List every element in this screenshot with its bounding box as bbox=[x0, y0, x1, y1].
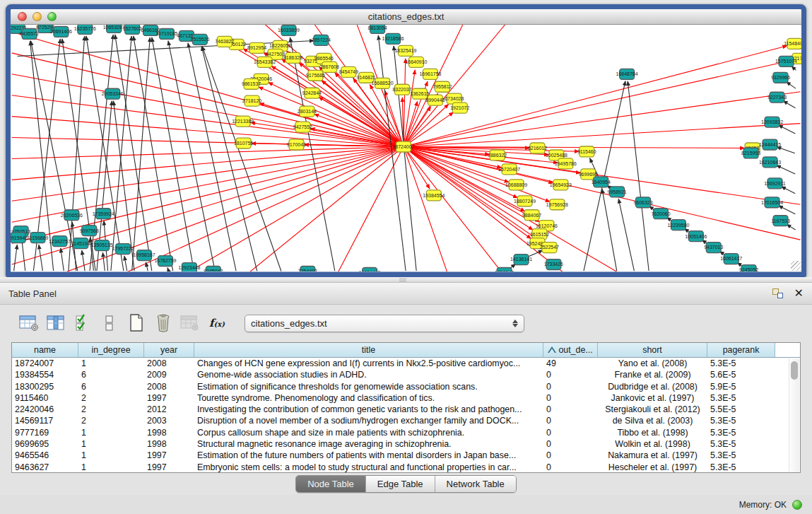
citation-edge-black[interactable] bbox=[61, 248, 64, 271]
citation-edge-black[interactable] bbox=[602, 189, 617, 271]
table-cell-title[interactable]: Genome-wide association studies in ADHD. bbox=[194, 369, 543, 380]
graph-node[interactable]: 2718120 bbox=[242, 95, 261, 106]
table-cell-out_degree[interactable]: 49 bbox=[543, 358, 598, 369]
graph-node[interactable]: 18807249 bbox=[514, 196, 536, 206]
table-cell-title[interactable]: Investigating the contribution of common… bbox=[194, 404, 543, 415]
graph-node[interactable]: 7515526 bbox=[190, 34, 209, 45]
network-window-titlebar[interactable]: citations_edges.txt bbox=[11, 9, 801, 25]
graph-node[interactable]: 9606323 bbox=[633, 197, 652, 208]
graph-node[interactable]: 9329966 bbox=[771, 72, 790, 83]
graph-node[interactable]: 9245042 bbox=[204, 267, 223, 271]
table-cell-year[interactable]: 2009 bbox=[144, 369, 194, 380]
citation-edge-black[interactable] bbox=[111, 36, 131, 271]
column-header-out_degree[interactable]: out_de... bbox=[543, 343, 598, 357]
graph-node[interactable]: 8990448 bbox=[425, 95, 445, 105]
graph-node[interactable]: 19495786 bbox=[555, 158, 577, 169]
graph-node[interactable]: 12923448 bbox=[178, 263, 200, 271]
citation-edge-black[interactable] bbox=[132, 37, 151, 271]
table-cell-year[interactable]: 1998 bbox=[144, 438, 194, 450]
column-header-in_degree[interactable]: in_degree bbox=[78, 343, 144, 357]
graph-node[interactable]: 2522547 bbox=[540, 243, 559, 253]
table-cell-in_degree[interactable]: 2 bbox=[78, 415, 144, 426]
graph-node[interactable]: 16782759 bbox=[154, 256, 176, 267]
split-divider-handle[interactable] bbox=[399, 279, 406, 281]
table-cell-short[interactable]: Jankovic et al. (1997) bbox=[598, 392, 707, 404]
table-cell-short[interactable]: Yano et al. (2008) bbox=[598, 358, 707, 369]
graph-node[interactable]: 20206536 bbox=[61, 210, 83, 221]
citation-edge-black[interactable] bbox=[787, 82, 796, 89]
table-selector-dropdown[interactable]: citations_edges.txt bbox=[245, 315, 524, 332]
table-cell-out_degree[interactable]: 0 bbox=[543, 381, 598, 392]
citation-edge-red[interactable] bbox=[12, 148, 399, 264]
network-window[interactable]: citations_edges.txt 18724007846012274638… bbox=[6, 4, 806, 277]
graph-node[interactable]: 1733426 bbox=[544, 259, 563, 270]
graph-node[interactable]: 7463822 bbox=[215, 36, 234, 47]
graph-node[interactable]: 14534415 bbox=[359, 268, 381, 271]
table-cell-in_degree[interactable]: 1 bbox=[78, 358, 144, 369]
citation-edge-red[interactable] bbox=[407, 25, 505, 142]
graph-node[interactable]: 19384554 bbox=[423, 190, 445, 201]
table-cell-pagerank[interactable]: 5.3E-5 bbox=[707, 392, 775, 404]
table-cell-name[interactable]: 22420046 bbox=[12, 404, 78, 415]
table-row[interactable]: 1830029562008Estimation of significance … bbox=[12, 381, 800, 392]
table-cell-name[interactable]: 19384554 bbox=[12, 369, 78, 380]
graph-node[interactable]: 8912954 bbox=[247, 42, 266, 53]
graph-node[interactable]: 19654923 bbox=[550, 180, 572, 190]
table-cell-name[interactable]: 9699695 bbox=[12, 438, 78, 450]
table-row[interactable]: 2242004622012Investigating the contribut… bbox=[12, 404, 800, 415]
table-cell-year[interactable]: 1997 bbox=[144, 392, 194, 404]
zoom-window-button[interactable] bbox=[47, 12, 57, 21]
table-cell-out_degree[interactable]: 0 bbox=[543, 415, 598, 426]
table-cell-short[interactable]: Franke et al. (2009) bbox=[598, 369, 707, 380]
citation-edge-red[interactable] bbox=[406, 152, 449, 271]
table-cell-out_degree[interactable]: 0 bbox=[543, 427, 598, 438]
table-cell-year[interactable]: 2008 bbox=[144, 381, 194, 392]
table-cell-pagerank[interactable]: 5.3E-5 bbox=[707, 438, 775, 450]
new-column-button[interactable] bbox=[124, 311, 148, 335]
table-cell-pagerank[interactable]: 5.3E-5 bbox=[707, 427, 775, 438]
split-divider[interactable] bbox=[0, 277, 812, 283]
graph-node[interactable]: 2867608 bbox=[320, 62, 339, 72]
delete-column-button[interactable] bbox=[151, 311, 175, 335]
graph-node[interactable]: 7886322 bbox=[488, 150, 507, 160]
graph-node[interactable]: 10653287 bbox=[103, 25, 125, 33]
graph-node[interactable]: 7254402 bbox=[298, 267, 317, 271]
table-cell-title[interactable]: Disruption of a novel member of a sodium… bbox=[194, 415, 543, 426]
table-cell-year[interactable]: 1997 bbox=[144, 450, 194, 461]
table-cell-in_degree[interactable]: 1 bbox=[78, 438, 144, 450]
table-cell-short[interactable]: Dudbridge et al. (2008) bbox=[598, 381, 707, 392]
table-cell-in_degree[interactable]: 6 bbox=[78, 369, 144, 380]
table-cell-name[interactable]: 18300295 bbox=[12, 381, 78, 392]
citation-edge-red[interactable] bbox=[409, 92, 800, 146]
citation-edge-red[interactable] bbox=[181, 150, 399, 271]
table-settings-button[interactable] bbox=[17, 311, 41, 335]
column-header-year[interactable]: year bbox=[144, 343, 194, 357]
graph-node[interactable]: 9435572 bbox=[20, 28, 39, 39]
graph-node[interactable]: 7857224 bbox=[312, 35, 331, 45]
tab-node-table[interactable]: Node Table bbox=[296, 476, 366, 492]
table-cell-in_degree[interactable]: 2 bbox=[78, 404, 144, 415]
window-resize-grip[interactable] bbox=[791, 261, 801, 271]
graph-node[interactable]: 15688520 bbox=[372, 78, 394, 88]
table-cell-short[interactable]: Tibbo et al. (1998) bbox=[598, 427, 707, 438]
citation-edge-black[interactable] bbox=[167, 268, 169, 271]
citation-edge-black[interactable] bbox=[628, 81, 649, 271]
close-window-button[interactable] bbox=[18, 12, 27, 21]
citation-edge-black[interactable] bbox=[778, 125, 795, 134]
graph-node[interactable]: 16235776 bbox=[74, 25, 96, 34]
citation-edge-black[interactable] bbox=[134, 36, 173, 271]
graph-node[interactable]: 9245052 bbox=[739, 265, 758, 271]
citation-edge-black[interactable] bbox=[783, 101, 795, 108]
graph-node[interactable]: 10051406 bbox=[685, 231, 707, 242]
float-panel-icon[interactable] bbox=[772, 288, 783, 298]
table-vertical-scrollbar[interactable] bbox=[789, 358, 799, 473]
column-header-short[interactable]: short bbox=[598, 343, 707, 357]
table-cell-out_degree[interactable]: 0 bbox=[543, 462, 598, 473]
graph-node[interactable]: 3915946 bbox=[11, 233, 28, 243]
citation-edge-red[interactable] bbox=[259, 87, 399, 145]
table-cell-title[interactable]: Tourette syndrome. Phenomenology and cla… bbox=[194, 392, 543, 404]
graph-node[interactable]: 13505135 bbox=[91, 240, 113, 251]
graph-node[interactable]: 12444415 bbox=[759, 139, 781, 150]
table-cell-short[interactable]: Wolkin et al. (1998) bbox=[598, 438, 707, 450]
citation-edge-red[interactable] bbox=[407, 151, 505, 271]
